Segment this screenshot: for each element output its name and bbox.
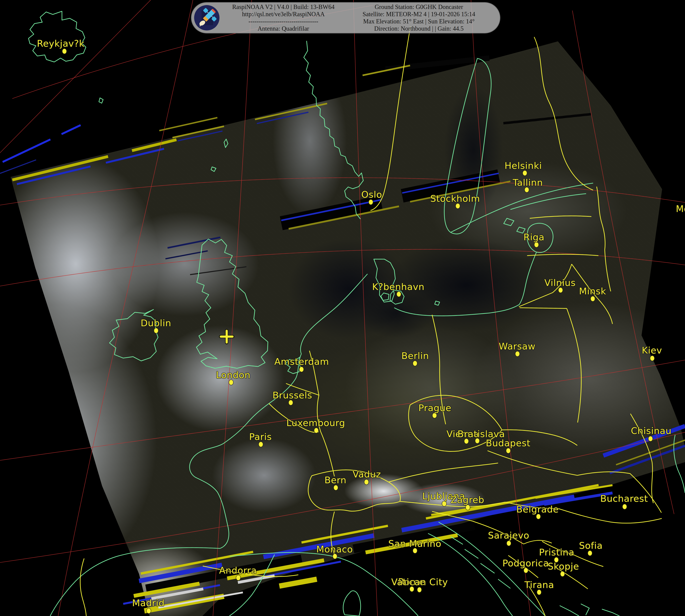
header-elevations: Max Elevation: 51° East | Sun Elevation:…	[347, 18, 491, 25]
city-dot	[464, 439, 468, 444]
city-label: Prague	[418, 403, 451, 413]
ground-station-cross	[221, 330, 233, 343]
city-label: Riga	[524, 232, 544, 242]
city-label: Skopje	[548, 561, 579, 572]
city-label: Zagreb	[450, 494, 484, 505]
city-label: Podgorica	[503, 558, 549, 569]
city-dot	[369, 200, 373, 204]
city-dot	[154, 328, 158, 333]
city-label: Andorra	[219, 565, 257, 576]
header-divider-dashes: ----------------------------------	[220, 18, 347, 25]
header-right-column: Ground Station: G0GHK Doncaster Satellit…	[347, 3, 491, 32]
city-label: Paris	[249, 432, 272, 442]
city-dot	[525, 187, 529, 192]
header-left-column: RaspiNOAA V2 | V4.0 | Build: 13-BW64 htt…	[220, 3, 347, 32]
city-label: Stockholm	[430, 193, 480, 204]
city-label: Chisinau	[631, 425, 671, 436]
city-label: Tirana	[525, 579, 554, 590]
city-label: Helsinki	[505, 160, 542, 171]
city-dot	[524, 568, 528, 573]
city-dot	[591, 296, 595, 301]
city-label: Kiev	[642, 345, 662, 356]
city-dot	[364, 480, 369, 484]
city-label: San Marino	[388, 538, 441, 549]
header-direction-gain: Direction: Northbound | | Gain: 44.5	[347, 25, 491, 32]
city-dot	[523, 171, 527, 176]
city-label: Vaduz	[353, 469, 381, 480]
graticule-grid	[0, 0, 685, 616]
city-label: Belgrade	[516, 504, 559, 514]
city-label: Luxembourg	[286, 418, 345, 428]
city-dot	[63, 49, 67, 54]
header-ground-station: Ground Station: G0GHK Doncaster	[347, 3, 491, 10]
city-label: Bucharest	[600, 493, 648, 504]
city-dot	[515, 351, 520, 356]
city-label: Mo	[676, 203, 685, 214]
city-label: K?benhavn	[372, 282, 424, 292]
city-dot	[466, 505, 470, 510]
city-dot	[534, 242, 538, 247]
city-dot	[147, 609, 151, 613]
city-dot	[588, 551, 592, 556]
city-dot	[236, 575, 240, 580]
city-label: Budapest	[486, 438, 530, 448]
city-dot	[507, 541, 511, 546]
city-dot	[560, 571, 565, 576]
header-satellite-datetime: Satellite: METEOR-M2 4 | 19-01-2026 15:1…	[347, 10, 491, 18]
header-antenna: Antenna: Quadrifilar	[220, 25, 347, 32]
city-label: Madrid	[132, 598, 165, 608]
city-dot	[229, 380, 233, 385]
city-dot	[410, 587, 414, 592]
satellite-map-screen: Reykjav?kOsloStockholmHelsinkiTallinnRig…	[0, 0, 685, 616]
city-dot	[623, 504, 627, 509]
city-label: Pristina	[539, 547, 574, 557]
city-label: Dublin	[141, 318, 171, 328]
city-dot	[537, 590, 541, 595]
city-label: Amsterdam	[274, 356, 329, 367]
header-url: http://qsl.net/ve3elb/RaspiNOAA	[220, 10, 347, 18]
city-dot	[648, 436, 653, 441]
city-label: Vilnius	[544, 278, 576, 288]
city-dot	[536, 514, 540, 519]
city-dot	[333, 554, 337, 559]
city-label: Monaco	[316, 544, 353, 554]
city-dot	[418, 587, 421, 592]
raspinoaa-satellite-logo-icon	[194, 5, 220, 31]
city-dot	[506, 448, 510, 453]
city-label: Bratislava	[458, 429, 505, 439]
coastlines	[28, 11, 685, 616]
glitch-bars	[0, 58, 685, 611]
city-dot	[289, 400, 293, 405]
city-label: Brussels	[272, 390, 312, 400]
city-label: Vatican City	[391, 577, 448, 587]
city-dot	[314, 428, 318, 433]
city-label: Oslo	[361, 189, 382, 200]
city-label: Tallinn	[513, 177, 543, 188]
city-label: Sarajevo	[488, 530, 529, 541]
city-dot	[413, 548, 417, 553]
city-label: Reykjav?k	[37, 38, 85, 49]
city-dot	[559, 288, 563, 292]
city-dot	[397, 292, 401, 296]
map-overlay	[0, 0, 685, 616]
city-label: Bern	[324, 475, 346, 485]
city-dot	[334, 485, 338, 490]
city-label: Warsaw	[499, 341, 535, 352]
city-dot	[433, 413, 437, 418]
city-dot	[650, 356, 655, 361]
header-info-card: RaspiNOAA V2 | V4.0 | Build: 13-BW64 htt…	[191, 2, 500, 34]
city-dot	[300, 367, 304, 372]
city-dot	[413, 361, 417, 366]
header-app-version: RaspiNOAA V2 | V4.0 | Build: 13-BW64	[220, 3, 347, 10]
city-dot	[259, 442, 263, 447]
city-dot	[442, 501, 446, 506]
city-label: Sofia	[579, 540, 603, 551]
city-label: Minsk	[579, 286, 606, 296]
city-dot	[456, 203, 460, 208]
city-label: Berlin	[401, 351, 429, 361]
city-label: London	[216, 370, 251, 380]
